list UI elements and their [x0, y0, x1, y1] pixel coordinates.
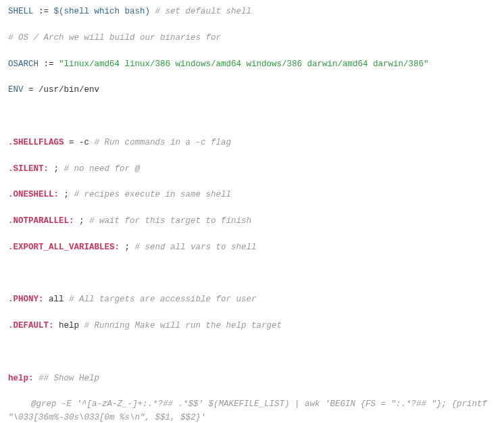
text-token: ;	[59, 190, 74, 199]
code-line: @grep -E '^[a-zA-Z_-]+:.*?## .*$$' $(MAK…	[8, 398, 496, 423]
comment-token: # OS / Arch we will build our binaries f…	[8, 33, 221, 43]
comment-token: # send all vars to shell	[135, 243, 257, 252]
directive-token: .NOTPARALLEL:	[8, 216, 74, 226]
comment-token: # Running Make will run the help target	[84, 321, 282, 330]
comment-token: # no need for @	[64, 164, 141, 174]
code-line: .EXPORT_ALL_VARIABLES: ; # send all vars…	[8, 241, 496, 254]
code-line: .SHELLFLAGS = -c # Run commands in a -c …	[8, 136, 496, 149]
op-token: :=	[34, 7, 54, 16]
recipe-token: @grep -E '^[a-zA-Z_-]+:.*?## .*$$' $(MAK…	[8, 399, 493, 422]
directive-token: .SHELLFLAGS	[8, 138, 64, 147]
text-token: ;	[74, 216, 90, 226]
directive-token: .DEFAULT:	[8, 321, 54, 330]
text-token: all	[44, 295, 70, 304]
text-token: = -c	[64, 138, 95, 147]
code-block: SHELL := $(shell which bash) # set defau…	[8, 5, 496, 423]
comment-token: ## Show Help	[34, 374, 100, 383]
blank-line	[8, 268, 496, 280]
code-line: OSARCH := "linux/amd64 linux/386 windows…	[8, 58, 496, 71]
code-line: .ONESHELL: ; # recipes execute in same s…	[8, 189, 496, 201]
code-line: .PHONY: all # All targets are accessible…	[8, 293, 496, 306]
op-token: :=	[39, 59, 59, 69]
code-line: ENV = /usr/bin/env	[8, 84, 496, 97]
text-token: ;	[120, 243, 135, 252]
comment-token: # All targets are accessible for user	[69, 295, 257, 304]
code-line: help: ## Show Help	[8, 372, 496, 385]
blank-line	[8, 346, 496, 359]
string-token: "linux/amd64 linux/386 windows/amd64 win…	[59, 59, 429, 69]
directive-token: .PHONY:	[8, 295, 44, 304]
var-token: SHELL	[8, 7, 34, 16]
code-line: .SILENT: ; # no need for @	[8, 163, 496, 176]
blank-line	[8, 110, 496, 123]
code-line: .DEFAULT: help # Running Make will run t…	[8, 320, 496, 332]
text-token: ;	[49, 164, 64, 174]
var-token: ENV	[8, 85, 24, 95]
directive-token: .ONESHELL:	[8, 190, 59, 199]
text-token: help	[54, 321, 84, 330]
var-token: OSARCH	[8, 59, 39, 69]
target-token: help:	[8, 374, 34, 383]
code-line: .NOTPARALLEL: ; # wait for this target t…	[8, 215, 496, 228]
text-token: = /usr/bin/env	[24, 85, 100, 95]
comment-token: # recipes execute in same shell	[74, 190, 232, 199]
comment-token: # Run commands in a -c flag	[95, 138, 232, 147]
code-line: # OS / Arch we will build our binaries f…	[8, 32, 496, 45]
directive-token: .EXPORT_ALL_VARIABLES:	[8, 243, 120, 252]
code-line: SHELL := $(shell which bash) # set defau…	[8, 5, 496, 18]
comment-token: # set default shell	[150, 7, 251, 16]
func-token: $(shell which bash)	[54, 7, 151, 16]
comment-token: # wait for this target to finish	[89, 216, 251, 226]
directive-token: .SILENT:	[8, 164, 49, 174]
